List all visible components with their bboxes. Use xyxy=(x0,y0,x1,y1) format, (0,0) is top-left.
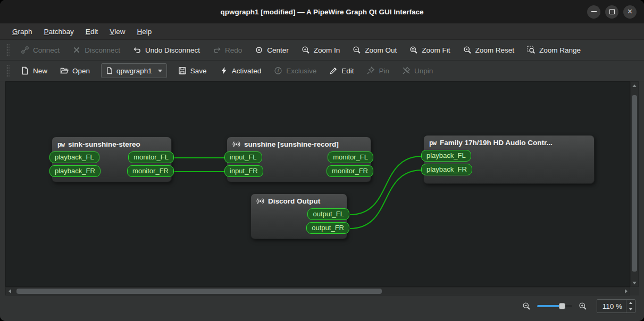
file-toolbar: New Open qpwgraph1 Save Activated f Excl… xyxy=(0,61,644,81)
close-button[interactable]: × xyxy=(623,5,637,19)
zoom-slider[interactable] xyxy=(537,302,572,310)
new-label: New xyxy=(33,67,47,75)
scroll-right-button[interactable] xyxy=(622,288,630,295)
zoom-value[interactable]: 110 % xyxy=(597,300,626,312)
zoom-out-button[interactable]: Zoom Out xyxy=(347,42,403,58)
menu-edit[interactable]: Edit xyxy=(80,23,104,39)
open-label: Open xyxy=(72,67,90,75)
redo-label: Redo xyxy=(225,46,242,54)
graph-node-family-audio[interactable]: pwFamily 17h/19h HD Audio Contr...playba… xyxy=(423,135,595,184)
maximize-icon xyxy=(609,9,615,14)
save-label: Save xyxy=(190,67,207,75)
unpin-label: Unpin xyxy=(414,67,433,75)
input-port-playback_FR[interactable]: playback_FR xyxy=(49,165,101,177)
input-port-playback_FL[interactable]: playback_FL xyxy=(421,150,471,162)
center-button[interactable]: Center xyxy=(249,42,295,58)
unpin-icon xyxy=(402,66,411,75)
pin-button[interactable]: Pin xyxy=(361,63,395,79)
arrow-down-icon xyxy=(632,282,637,284)
node-title: pwFamily 17h/19h HD Audio Contr... xyxy=(424,136,594,150)
zoom-reset-button[interactable]: Zoom Reset xyxy=(457,42,521,58)
output-port-monitor_FR[interactable]: monitor_FR xyxy=(327,165,373,177)
zoom-reset-label: Zoom Reset xyxy=(475,46,515,54)
menu-view[interactable]: View xyxy=(104,23,131,39)
zoom-slider-handle[interactable] xyxy=(559,303,565,309)
zoom-spinbox[interactable]: 110 % xyxy=(597,299,635,313)
maximize-button[interactable] xyxy=(605,5,618,19)
zoom-in-button[interactable]: Zoom In xyxy=(296,42,346,58)
zoom-fit-button[interactable]: Zoom Fit xyxy=(404,42,456,58)
minimize-button[interactable] xyxy=(587,5,600,19)
undo-disconnect-button[interactable]: Undo Disconnect xyxy=(127,42,206,58)
arrow-left-icon xyxy=(9,289,11,293)
patchbay-combo[interactable]: qpwgraph1 xyxy=(101,63,167,78)
menu-patchbay[interactable]: Patchbay xyxy=(38,23,80,39)
output-port-monitor_FR[interactable]: monitor_FR xyxy=(127,165,174,177)
redo-icon xyxy=(213,46,221,54)
open-folder-icon xyxy=(60,66,69,75)
new-button[interactable]: New xyxy=(15,63,53,79)
pin-icon xyxy=(366,66,375,75)
undo-icon xyxy=(133,46,141,54)
exclusive-button[interactable]: f Exclusive xyxy=(268,63,322,79)
zoom-in-label: Zoom In xyxy=(314,46,340,54)
node-title: Discord Output xyxy=(251,194,347,208)
menu-help[interactable]: Help xyxy=(131,23,157,39)
arrow-up-icon xyxy=(632,85,637,87)
graph-node-sink-sunshine-stereo[interactable]: pwsink-sunshine-stereoplayback_FLmonitor… xyxy=(52,137,172,182)
zoom-out-label: Zoom Out xyxy=(365,46,397,54)
scrollbar-corner xyxy=(630,287,639,295)
scroll-up-button[interactable] xyxy=(631,82,638,89)
spin-up-button[interactable] xyxy=(626,300,635,306)
scroll-down-button[interactable] xyxy=(631,279,638,286)
vertical-scroll-thumb[interactable] xyxy=(632,95,637,272)
zoom-in-icon[interactable] xyxy=(579,302,587,310)
toolbar-drag-handle[interactable] xyxy=(6,65,10,77)
titlebar[interactable]: qpwgraph1 [modified] — A PipeWire Graph … xyxy=(0,0,644,23)
statusbar: 110 % xyxy=(0,295,644,321)
menu-graph[interactable]: Graph xyxy=(6,23,38,39)
exclusive-icon: f xyxy=(274,66,282,75)
exclusive-label: Exclusive xyxy=(286,67,316,75)
input-port-playback_FL[interactable]: playback_FL xyxy=(49,151,99,163)
zoom-out-icon[interactable] xyxy=(522,302,531,310)
zoom-fit-label: Zoom Fit xyxy=(422,46,450,54)
minimize-icon xyxy=(591,11,597,12)
output-port-output_FL[interactable]: output_FL xyxy=(307,208,349,220)
graph-node-sunshine[interactable]: sunshine [sunshine-record]input_FLmonito… xyxy=(227,137,371,182)
spin-down-button[interactable] xyxy=(626,306,635,312)
graph-toolbar: Connect Disconnect Undo Disconnect Redo … xyxy=(0,40,644,61)
edit-button[interactable]: Edit xyxy=(323,63,359,79)
vertical-scroll-track[interactable] xyxy=(631,89,638,279)
patchbay-combo-value: qpwgraph1 xyxy=(116,67,152,75)
input-port-input_FR[interactable]: input_FR xyxy=(224,165,263,177)
save-button[interactable]: Save xyxy=(172,63,213,79)
zoom-slider-fill xyxy=(537,305,563,307)
disconnect-icon xyxy=(72,46,81,54)
open-button[interactable]: Open xyxy=(54,63,96,79)
graph-node-discord-output[interactable]: Discord Outputoutput_FLoutput_FR xyxy=(250,193,347,239)
horizontal-scroll-track[interactable] xyxy=(13,288,622,295)
scroll-left-button[interactable] xyxy=(6,288,13,295)
zoom-spin-arrows xyxy=(626,300,635,312)
graph-canvas[interactable]: pwsink-sunshine-stereoplayback_FLmonitor… xyxy=(5,81,630,287)
unpin-button[interactable]: Unpin xyxy=(396,63,439,79)
input-port-playback_FR[interactable]: playback_FR xyxy=(421,164,472,175)
pencil-icon xyxy=(329,66,338,75)
zoom-slider-track[interactable] xyxy=(537,305,572,307)
zoom-range-button[interactable]: Zoom Range xyxy=(521,42,587,58)
activated-button[interactable]: Activated xyxy=(214,63,267,79)
redo-button[interactable]: Redo xyxy=(207,42,248,58)
output-port-monitor_FL[interactable]: monitor_FL xyxy=(128,151,174,163)
horizontal-scrollbar[interactable] xyxy=(5,287,630,295)
output-port-output_FR[interactable]: output_FR xyxy=(306,222,349,234)
horizontal-scroll-thumb[interactable] xyxy=(16,289,382,294)
connect-button[interactable]: Connect xyxy=(15,42,65,58)
disconnect-button[interactable]: Disconnect xyxy=(66,42,126,58)
input-port-input_FL[interactable]: input_FL xyxy=(224,151,262,163)
toolbar-drag-handle[interactable] xyxy=(6,44,10,56)
vertical-scrollbar[interactable] xyxy=(630,81,639,287)
output-port-monitor_FL[interactable]: monitor_FL xyxy=(328,151,373,163)
lightning-icon xyxy=(220,66,228,75)
chevron-down-icon xyxy=(158,70,162,72)
